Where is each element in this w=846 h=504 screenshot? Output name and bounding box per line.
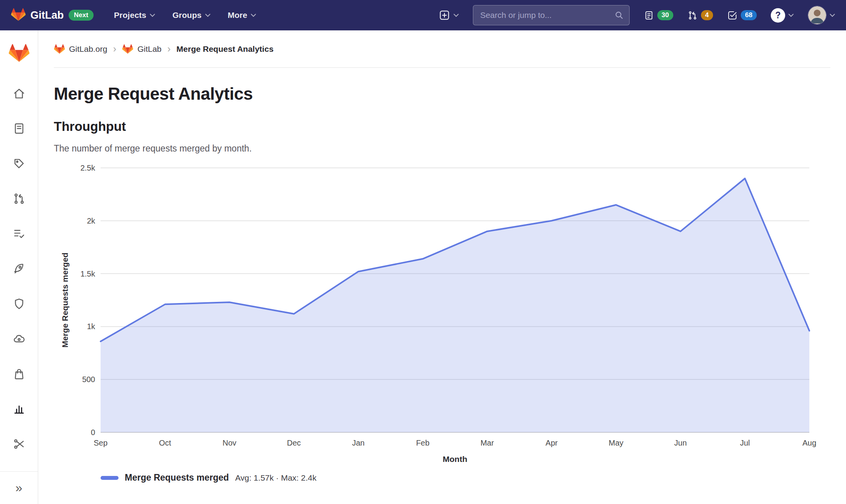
project-sidebar: » <box>0 30 38 504</box>
chart-legend: Merge Requests merged Avg: 1.57k · Max: … <box>101 472 830 483</box>
top-navbar: GitLab Next Projects Groups More 30 <box>0 0 846 30</box>
issues-counter[interactable]: 30 <box>644 10 673 21</box>
navbar-right-cluster: 30 4 68 ? <box>439 5 835 25</box>
svg-text:May: May <box>609 439 623 447</box>
brand-name: GitLab <box>30 9 64 21</box>
gitlab-home-link[interactable]: GitLab Next <box>11 7 94 23</box>
chevron-down-icon <box>251 14 256 17</box>
bag-icon <box>12 367 26 381</box>
throughput-area-chart: 05001k1.5k2k2.5kSepOctNovDecJanFebMarApr… <box>54 159 834 471</box>
svg-text:500: 500 <box>82 375 95 384</box>
breadcrumb-separator: › <box>113 44 116 54</box>
sidebar-item-overview[interactable] <box>8 82 30 104</box>
svg-text:Sep: Sep <box>94 439 108 447</box>
chevron-down-icon <box>453 14 459 17</box>
nav-groups[interactable]: Groups <box>172 11 211 20</box>
issues-icon <box>644 10 654 21</box>
breadcrumb-current-page: Merge Request Analytics <box>177 44 274 54</box>
breadcrumb-project-label: GitLab <box>137 44 161 54</box>
chevron-down-icon <box>150 14 155 17</box>
svg-text:1.5k: 1.5k <box>80 270 96 278</box>
svg-text:1k: 1k <box>87 322 96 331</box>
mr-count-badge: 4 <box>701 10 713 20</box>
sidebar-item-merge-requests[interactable] <box>8 187 30 210</box>
svg-text:Jan: Jan <box>352 439 365 447</box>
throughput-chart-container: 05001k1.5k2k2.5kSepOctNovDecJanFebMarApr… <box>54 159 830 472</box>
sidebar-item-operations[interactable] <box>8 328 30 350</box>
sidebar-item-repository[interactable] <box>8 117 30 139</box>
plus-square-icon <box>439 9 450 21</box>
primary-nav: Projects Groups More <box>114 11 256 20</box>
nav-groups-label: Groups <box>172 11 202 20</box>
nav-projects-label: Projects <box>114 11 146 20</box>
issues-label-icon <box>12 157 26 170</box>
sidebar-item-security[interactable] <box>8 293 30 315</box>
svg-text:2k: 2k <box>87 217 96 225</box>
merge-request-icon <box>12 192 26 205</box>
gitlab-logo-icon <box>122 44 133 54</box>
svg-text:Dec: Dec <box>287 439 301 447</box>
global-search <box>473 5 630 25</box>
nav-more[interactable]: More <box>228 11 256 20</box>
chevron-down-icon <box>830 14 835 17</box>
list-check-icon <box>12 227 26 240</box>
sidebar-nav <box>8 82 30 455</box>
svg-text:Apr: Apr <box>545 439 558 447</box>
new-item-menu-button[interactable] <box>439 9 459 21</box>
throughput-section-title: Throughput <box>54 119 830 134</box>
search-input[interactable] <box>473 5 630 25</box>
svg-text:Month: Month <box>443 455 467 463</box>
sidebar-expand-toggle[interactable]: » <box>16 481 23 495</box>
shield-icon <box>12 297 26 310</box>
merge-requests-counter[interactable]: 4 <box>687 10 713 21</box>
project-avatar-gitlab-logo[interactable] <box>9 43 30 64</box>
sidebar-item-requirements[interactable] <box>8 222 30 245</box>
chart-description: The number of merge requests merged by m… <box>54 143 830 154</box>
svg-text:Mar: Mar <box>480 439 494 447</box>
legend-stats: Avg: 1.57k · Max: 2.4k <box>235 473 317 483</box>
chevron-down-icon <box>205 14 211 17</box>
breadcrumb-project[interactable]: GitLab <box>122 44 161 54</box>
sidebar-item-packages[interactable] <box>8 363 30 385</box>
issues-count-badge: 30 <box>657 10 673 20</box>
legend-series-label: Merge Requests merged <box>125 472 229 483</box>
todos-count-badge: 68 <box>741 10 757 20</box>
svg-text:Merge Requests merged: Merge Requests merged <box>60 253 69 348</box>
cloud-gear-icon <box>12 332 26 345</box>
gitlab-logo-icon <box>54 44 65 54</box>
merge-request-icon <box>687 10 698 21</box>
todos-counter[interactable]: 68 <box>727 10 757 21</box>
sidebar-item-analytics[interactable] <box>8 398 30 420</box>
svg-text:Nov: Nov <box>223 439 237 447</box>
nav-more-label: More <box>228 11 247 20</box>
repository-icon <box>12 122 26 135</box>
nav-projects[interactable]: Projects <box>114 11 155 20</box>
svg-text:Oct: Oct <box>159 439 172 447</box>
svg-text:Jun: Jun <box>674 439 687 447</box>
legend-swatch <box>101 476 119 480</box>
sidebar-item-issues[interactable] <box>8 152 30 174</box>
home-icon <box>12 87 26 100</box>
svg-text:0: 0 <box>91 428 95 437</box>
rocket-icon <box>12 262 26 275</box>
main-content: GitLab.org › GitLab › Merge Request Anal… <box>38 30 846 504</box>
page-layout: » GitLab.org › GitLab › Merge Request An… <box>0 30 846 504</box>
gitlab-logo-icon <box>11 7 26 23</box>
breadcrumb: GitLab.org › GitLab › Merge Request Anal… <box>54 30 830 68</box>
bar-chart-icon <box>12 402 26 416</box>
chevron-down-icon <box>788 14 794 17</box>
sidebar-item-snippets[interactable] <box>8 433 30 455</box>
help-icon: ? <box>771 8 785 23</box>
user-avatar <box>808 6 827 25</box>
svg-text:Feb: Feb <box>416 439 429 447</box>
scissors-icon <box>12 437 26 451</box>
sidebar-item-cicd[interactable] <box>8 257 30 280</box>
user-menu[interactable] <box>808 6 835 25</box>
page-title: Merge Request Analytics <box>54 84 830 104</box>
breadcrumb-group[interactable]: GitLab.org <box>54 44 107 54</box>
svg-text:Jul: Jul <box>740 439 750 447</box>
next-badge: Next <box>69 10 94 21</box>
help-menu[interactable]: ? <box>771 8 794 23</box>
sidebar-footer: » <box>0 471 38 504</box>
svg-text:2.5k: 2.5k <box>80 164 96 172</box>
